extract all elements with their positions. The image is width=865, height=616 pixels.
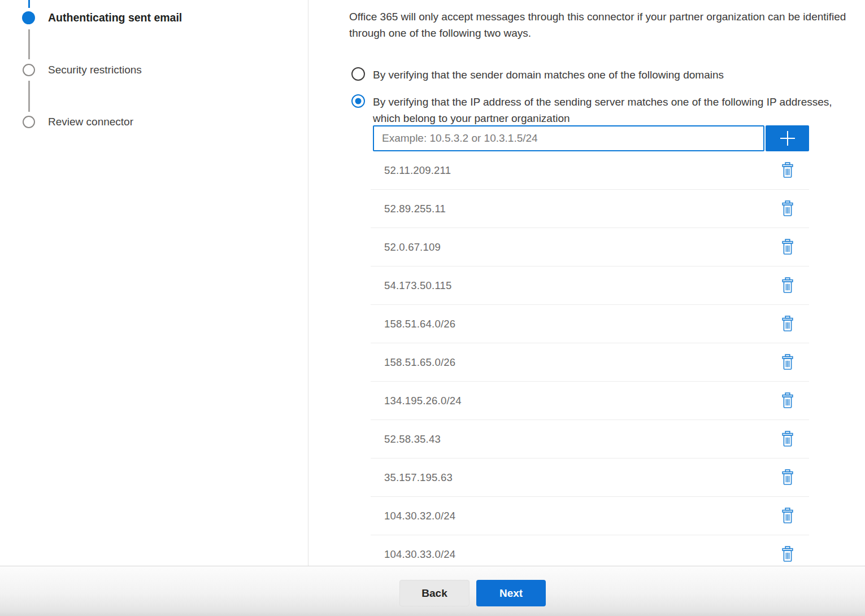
ip-list-row: 35.157.195.63: [371, 458, 809, 497]
delete-ip-button[interactable]: [779, 314, 796, 334]
plus-icon: [779, 129, 797, 147]
step-connector: [28, 29, 30, 59]
trash-icon: [781, 239, 794, 255]
ip-address-value: 52.0.67.109: [371, 241, 441, 254]
ip-list-row: 52.11.209.211: [371, 151, 809, 190]
intro-text: Office 365 will only accept messages thr…: [349, 8, 864, 41]
main-content: Office 365 will only accept messages thr…: [308, 0, 865, 566]
step-indicator-active-icon: [22, 11, 35, 24]
back-button[interactable]: Back: [399, 580, 470, 606]
trash-icon: [781, 316, 794, 332]
step-indicator-icon: [23, 116, 35, 128]
delete-ip-button[interactable]: [779, 238, 796, 257]
trash-icon: [781, 546, 794, 562]
ip-address-value: 134.195.26.0/24: [371, 395, 462, 407]
radio-unselected-icon[interactable]: [351, 67, 365, 81]
ip-address-value: 104.30.32.0/24: [371, 510, 455, 522]
delete-ip-button[interactable]: [779, 391, 796, 410]
radio-option-label: By verifying that the IP address of the …: [373, 94, 836, 126]
ip-address-value: 35.157.195.63: [371, 471, 453, 484]
ip-list-row: 52.58.35.43: [371, 420, 809, 458]
wizard-footer: Back Next: [0, 566, 865, 616]
trash-icon: [781, 508, 794, 524]
delete-ip-button[interactable]: [779, 353, 796, 372]
delete-ip-button[interactable]: [779, 276, 796, 295]
wizard-step-review-connector[interactable]: Review connector: [48, 116, 133, 128]
delete-ip-button[interactable]: [779, 506, 796, 526]
ip-list-row: 134.195.26.0/24: [371, 382, 809, 420]
next-button[interactable]: Next: [476, 580, 546, 606]
ip-address-value: 52.11.209.211: [371, 164, 451, 177]
ip-address-value: 54.173.50.115: [371, 279, 452, 292]
ip-list-row: 158.51.64.0/26: [371, 305, 809, 343]
wizard-steps-panel: Authenticating sent email Security restr…: [0, 0, 308, 566]
wizard-step-security-restrictions[interactable]: Security restrictions: [48, 64, 142, 76]
trash-icon: [781, 469, 794, 486]
ip-list-row: 158.51.65.0/26: [371, 343, 809, 382]
ip-address-value: 158.51.64.0/26: [371, 318, 455, 330]
trash-icon: [781, 200, 794, 217]
radio-selected-icon[interactable]: [351, 94, 365, 108]
trash-icon: [781, 277, 794, 294]
trash-icon: [781, 392, 794, 409]
radio-option-label: By verifying that the sender domain matc…: [373, 67, 802, 83]
step-indicator-icon: [23, 64, 35, 76]
ip-list-row: 104.30.33.0/24: [371, 535, 809, 566]
delete-ip-button[interactable]: [779, 545, 796, 564]
ip-address-input[interactable]: [373, 125, 764, 151]
ip-list-row: 104.30.32.0/24: [371, 497, 809, 535]
ip-list-row: 54.173.50.115: [371, 267, 809, 305]
delete-ip-button[interactable]: [779, 199, 796, 219]
delete-ip-button[interactable]: [779, 468, 796, 487]
delete-ip-button[interactable]: [779, 161, 796, 180]
trash-icon: [781, 431, 794, 447]
ip-address-value: 52.89.255.11: [371, 203, 446, 215]
ip-list: 52.11.209.211 52.89.255.11: [371, 151, 809, 566]
step-connector: [28, 81, 30, 112]
wizard-step-authenticating-sent-email[interactable]: Authenticating sent email: [48, 11, 182, 24]
ip-address-value: 104.30.33.0/24: [371, 548, 455, 561]
ip-list-row: 52.0.67.109: [371, 228, 809, 267]
ip-address-value: 52.58.35.43: [371, 433, 441, 445]
ip-list-row: 52.89.255.11: [371, 190, 809, 228]
trash-icon: [781, 162, 794, 178]
add-ip-button[interactable]: [766, 125, 809, 151]
ip-address-value: 158.51.65.0/26: [371, 356, 455, 369]
step-connector-above: [28, 0, 30, 8]
trash-icon: [781, 354, 794, 370]
delete-ip-button[interactable]: [779, 430, 796, 449]
